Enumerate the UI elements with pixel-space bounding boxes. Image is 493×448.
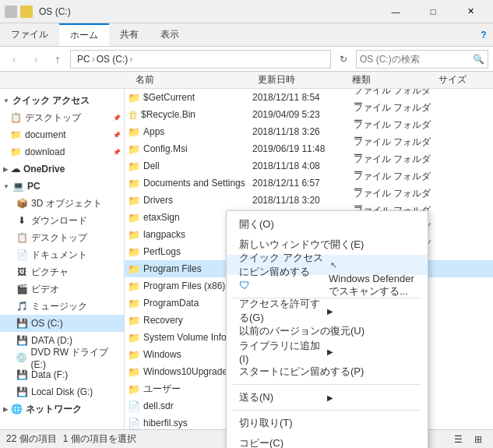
ctx-send-to-label: 送る(N): [239, 390, 327, 404]
folder-icon: 📁: [128, 383, 140, 395]
file-row-recycle[interactable]: 🗑$Recycle.Bin 2019/04/09 5:23 ファイル フォルダー: [125, 106, 493, 123]
file-row-configmsi[interactable]: 📁Config.Msi 2019/06/19 11:48 ファイル フォルダー: [125, 140, 493, 157]
context-menu: 開く(O) 新しいウィンドウで開く(E) クイック アクセスにピン留めする ↖ …: [226, 210, 428, 448]
ctx-defender-label: Windows Defender でスキャンする...: [329, 273, 415, 298]
tab-view[interactable]: 表示: [150, 23, 190, 46]
maximize-button[interactable]: □: [415, 0, 451, 23]
col-type[interactable]: 種類: [349, 73, 435, 86]
help-button[interactable]: ?: [474, 23, 493, 46]
breadcrumb-sep-2: ›: [129, 54, 132, 65]
sidebar-label-dvd: DVD RW ドライブ (E:): [31, 346, 124, 370]
sidebar-label-docs: ドキュメント: [31, 249, 87, 262]
col-modified[interactable]: 更新日時: [255, 73, 348, 86]
file-name-text: Drivers: [143, 195, 173, 206]
file-row-dell[interactable]: 📁Dell 2018/11/18 4:08 ファイル フォルダー: [125, 157, 493, 175]
sidebar-network[interactable]: ▶ 🌐 ネットワーク: [0, 400, 124, 418]
defender-icon: 🛡: [239, 279, 326, 291]
file-name-text: langpacks: [143, 229, 185, 240]
onedrive-chevron: ▶: [3, 166, 8, 173]
search-icon: 🔍: [473, 54, 484, 65]
search-box[interactable]: 🔍: [356, 50, 488, 69]
dvd-icon: 💿: [16, 351, 28, 364]
datad-icon: 💾: [16, 334, 28, 347]
quick-access-label: クイック アクセス: [12, 94, 90, 108]
col-name[interactable]: 名前: [132, 73, 255, 86]
ctx-grant-access[interactable]: アクセスを許可する(G) ▶: [227, 301, 428, 321]
tab-share[interactable]: 共有: [109, 23, 150, 46]
ctx-defender[interactable]: 🛡 Windows Defender でスキャンする...: [227, 275, 428, 295]
file-name-text: Config.Msi: [143, 143, 188, 154]
file-name-text: hiberfil.sys: [143, 418, 188, 429]
sidebar-item-3d[interactable]: 📦 3D オブジェクト: [0, 195, 124, 212]
address-path[interactable]: PC › OS (C:) ›: [70, 50, 331, 69]
folder-icon: 📁: [128, 280, 140, 292]
selected-count: 1 個の項目を選択: [63, 432, 136, 446]
ctx-copy[interactable]: コピー(C): [227, 433, 428, 448]
ctx-pin-start-label: スタートにピン留めする(P): [239, 365, 415, 379]
video-icon: 🎬: [16, 283, 28, 295]
ribbon: ファイル ホーム 共有 表示 ?: [0, 23, 493, 47]
folder-icon: 📁: [128, 229, 140, 241]
sidebar-item-dvd[interactable]: 💿 DVD RW ドライブ (E:): [0, 349, 124, 366]
sidebar-pc[interactable]: ▼ 💻 PC: [0, 178, 124, 195]
back-button[interactable]: ‹: [5, 50, 23, 69]
sidebar-item-docs[interactable]: 📄 ドキュメント: [0, 246, 124, 263]
file-row-getcurrent[interactable]: 📁$GetCurrent 2018/12/11 8:54 ファイル フォルダー: [125, 89, 493, 106]
dataf-icon: 💾: [16, 369, 28, 381]
downloads-icon: ⬇: [16, 214, 28, 227]
search-input[interactable]: [360, 54, 473, 65]
file-name-text: Program Files (x86): [143, 280, 225, 291]
sidebar-item-localg[interactable]: 💾 Local Disk (G:): [0, 383, 124, 400]
sidebar-label-localg: Local Disk (G:): [31, 386, 93, 397]
sidebar-item-desktop1[interactable]: 📋 デスクトップ 📌: [0, 109, 124, 126]
folder-icon: 📁: [128, 195, 140, 206]
sidebar-item-pics[interactable]: 🖼 ピクチャ: [0, 263, 124, 280]
folder-icon: 📁: [128, 212, 140, 224]
submenu-arrow-2: ▶: [327, 347, 415, 356]
onedrive-label: OneDrive: [23, 164, 65, 175]
sidebar-item-downloads[interactable]: ⬇ ダウンロード: [0, 212, 124, 229]
col-size[interactable]: サイズ: [435, 73, 493, 86]
details-view-button[interactable]: ☰: [449, 431, 467, 448]
close-button[interactable]: ✕: [453, 0, 488, 23]
sidebar-item-document[interactable]: 📁 document 📌: [0, 126, 124, 143]
file-name-text: Documents and Settings: [143, 178, 245, 189]
sidebar-label-osc: OS (C:): [31, 318, 63, 329]
ctx-send-to[interactable]: 送る(N) ▶: [227, 387, 428, 407]
sidebar-label-datad: DATA (D:): [31, 335, 72, 346]
file-name-text: ProgramData: [143, 298, 199, 309]
file-row-drivers[interactable]: 📁Drivers 2018/11/18 3:20 ファイル フォルダー: [125, 192, 493, 209]
folder-icon: 🗑: [128, 109, 138, 121]
ctx-open[interactable]: 開く(O): [227, 214, 428, 235]
sidebar-item-desktop2[interactable]: 📋 デスクトップ: [0, 229, 124, 246]
minimize-button[interactable]: —: [378, 0, 414, 23]
file-name-text: ユーザー: [143, 383, 181, 396]
file-name-text: PerfLogs: [143, 246, 181, 257]
sidebar-label-music: ミュージック: [31, 300, 87, 313]
ctx-cut[interactable]: 切り取り(T): [227, 413, 428, 433]
title-icon-1: [5, 5, 17, 18]
file-row-docs-settings[interactable]: 📁Documents and Settings 2018/12/11 6:57 …: [125, 175, 493, 192]
sidebar-item-download[interactable]: 📁 download 📌: [0, 143, 124, 161]
tab-file[interactable]: ファイル: [0, 23, 59, 46]
3d-icon: 📦: [16, 197, 28, 210]
large-icons-view-button[interactable]: ⊞: [470, 431, 487, 448]
sidebar-item-music[interactable]: 🎵 ミュージック: [0, 298, 124, 315]
forward-button[interactable]: ›: [26, 50, 45, 69]
sidebar-item-video[interactable]: 🎬 ビデオ: [0, 280, 124, 298]
folder-icon: 📁: [128, 126, 140, 138]
refresh-button[interactable]: ↻: [334, 50, 353, 69]
sidebar-quick-access[interactable]: ▼ クイック アクセス: [0, 92, 124, 109]
network-icon: 🌐: [11, 404, 23, 414]
file-date: 2018/11/18 4:08: [252, 161, 354, 171]
file-row-apps[interactable]: 📁Apps 2018/11/18 3:26 ファイル フォルダー: [125, 123, 493, 140]
file-name-text: Windows: [143, 349, 181, 360]
sidebar-onedrive[interactable]: ▶ ☁ OneDrive: [0, 161, 124, 178]
tab-home[interactable]: ホーム: [59, 23, 109, 46]
sidebar-item-osc[interactable]: 💾 OS (C:): [0, 315, 124, 332]
file-date: 2019/06/19 11:48: [252, 143, 354, 154]
ctx-add-library[interactable]: ライブラリに追加(I) ▶: [227, 341, 428, 362]
network-chevron: ▶: [3, 406, 8, 413]
ctx-pin-start[interactable]: スタートにピン留めする(P): [227, 362, 428, 382]
up-button[interactable]: ↑: [48, 50, 67, 69]
